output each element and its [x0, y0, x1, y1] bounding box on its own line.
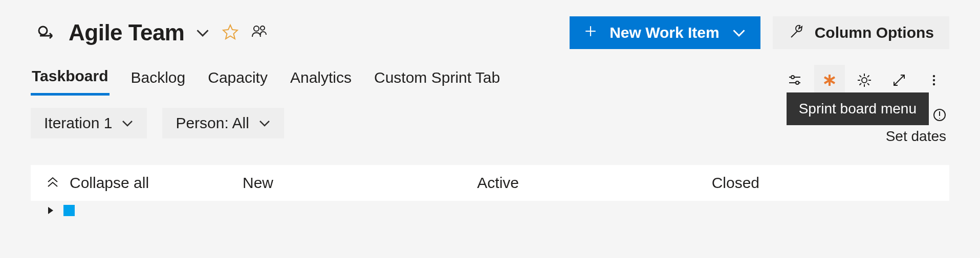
person-filter[interactable]: Person: All — [162, 108, 284, 138]
column-closed: Closed — [712, 174, 934, 192]
team-title-group: Agile Team — [37, 20, 210, 45]
fullscreen-icon[interactable] — [884, 65, 914, 96]
chevron-down-icon — [732, 28, 746, 38]
team-title: Agile Team — [69, 20, 184, 45]
set-dates-link[interactable]: Set dates — [886, 128, 946, 145]
tab-backlog[interactable]: Backlog — [130, 66, 187, 95]
person-filter-label: Person: All — [176, 114, 249, 132]
plus-icon — [584, 24, 597, 41]
tab-analytics[interactable]: Analytics — [289, 66, 353, 95]
new-work-item-label: New Work Item — [609, 24, 720, 41]
work-item-type-color — [63, 205, 75, 216]
filter-settings-icon[interactable] — [779, 65, 810, 96]
collapse-all-button[interactable]: Collapse all — [46, 174, 230, 192]
more-menu-icon[interactable] — [919, 65, 949, 96]
column-options-button[interactable]: Column Options — [773, 16, 949, 49]
svg-point-0 — [39, 27, 47, 35]
iteration-filter-label: Iteration 1 — [44, 114, 112, 132]
tab-custom-sprint[interactable]: Custom Sprint Tab — [373, 66, 501, 95]
svg-point-3 — [791, 76, 794, 79]
chevron-down-icon — [258, 119, 271, 128]
svg-point-6 — [933, 75, 935, 77]
column-active: Active — [477, 174, 699, 192]
svg-point-1 — [254, 26, 259, 31]
column-options-label: Column Options — [815, 24, 934, 41]
tooltip: Sprint board menu — [787, 92, 929, 125]
team-members-icon[interactable] — [251, 24, 267, 42]
team-picker-chevron-icon[interactable] — [195, 28, 210, 38]
svg-point-5 — [862, 78, 867, 83]
asterisk-filter-icon[interactable] — [814, 65, 845, 96]
board-column-header: Collapse all New Active Closed — [31, 165, 949, 201]
collapse-all-icon — [46, 174, 59, 192]
tab-taskboard[interactable]: Taskboard — [31, 64, 110, 96]
warning-icon — [933, 108, 946, 125]
gear-icon[interactable] — [849, 65, 880, 96]
column-new: New — [243, 174, 465, 192]
expand-triangle-icon[interactable] — [46, 202, 55, 219]
work-item-row[interactable] — [31, 203, 949, 218]
svg-point-2 — [260, 26, 265, 30]
iteration-filter[interactable]: Iteration 1 — [31, 108, 147, 138]
chevron-down-icon — [121, 119, 134, 128]
favorite-star-icon[interactable] — [222, 24, 238, 42]
sprint-icon — [37, 25, 57, 41]
svg-point-7 — [933, 79, 935, 81]
tabs-row: Taskboard Backlog Capacity Analytics Cus… — [0, 49, 980, 96]
collapse-all-label: Collapse all — [70, 174, 149, 192]
wrench-icon — [788, 24, 803, 42]
tab-capacity[interactable]: Capacity — [207, 66, 269, 95]
svg-point-4 — [796, 81, 799, 84]
svg-point-8 — [933, 83, 935, 85]
new-work-item-button[interactable]: New Work Item — [570, 16, 760, 49]
